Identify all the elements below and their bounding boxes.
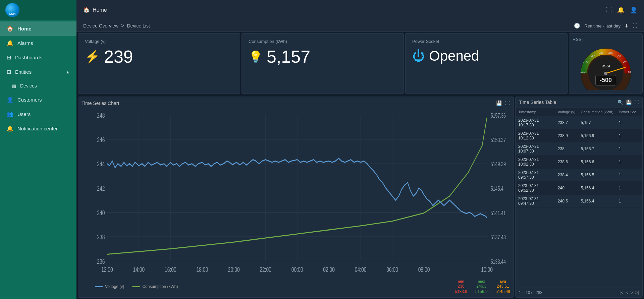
topbar-home-icon: 🏠	[83, 7, 90, 13]
legend-consumption: Consumption (kWh)	[132, 279, 178, 294]
sidebar-item-dashboards[interactable]: ⊞ Dashboards	[0, 50, 76, 65]
cell-voltage: 238	[555, 142, 578, 156]
col-voltage[interactable]: Voltage (v)	[555, 108, 578, 116]
legend-consumption-label: Consumption (kWh)	[142, 284, 178, 289]
svg-text:16:00: 16:00	[165, 265, 176, 273]
legend-voltage: Voltage (v)	[95, 279, 124, 294]
sidebar-item-customers-label: Customers	[17, 97, 42, 103]
consumption-number: 5,157	[267, 48, 310, 65]
consumption-max: 5156.9	[475, 289, 488, 294]
widget-row: Voltage (v) ⚡ 239 Consumption (kWh) 💡 5,…	[76, 32, 644, 95]
cell-consumption: 5,156.4	[578, 195, 616, 208]
svg-text:248: 248	[97, 112, 105, 119]
table-row[interactable]: 2023-07-31 10:02:30 238.6 5,156.6 1	[516, 156, 642, 169]
consumption-value-container: 💡 5,157	[249, 48, 397, 65]
expand-button[interactable]: ⛶	[633, 23, 637, 28]
svg-text:04:00: 04:00	[355, 265, 367, 273]
table-save-icon[interactable]: 💾	[626, 100, 632, 105]
cell-voltage: 238.9	[555, 129, 578, 142]
sidebar-item-alarms-label: Alarms	[17, 40, 33, 46]
breadcrumb-bar: Device Overview > Device List 🕐 Realtime…	[76, 20, 644, 32]
svg-text:5137.43: 5137.43	[491, 234, 506, 241]
table-expand-icon[interactable]: ⛶	[634, 100, 639, 105]
chart-header: Time Series Chart 💾 ⛶	[82, 100, 510, 106]
voltage-widget: Voltage (v) ⚡ 239	[78, 33, 240, 94]
sidebar-item-devices-label: Devices	[20, 83, 37, 88]
cell-voltage: 238.7	[555, 116, 578, 129]
account-button[interactable]: 👤	[630, 6, 637, 14]
table-row[interactable]: 2023-07-31 10:07:30 238 5,156.7 1	[516, 142, 642, 156]
table-row[interactable]: 2023-07-31 10:17:30 238.7 5,157 1	[516, 116, 642, 129]
col-consumption[interactable]: Consumption (kWh)	[578, 108, 616, 116]
svg-text:-74: -74	[623, 61, 627, 64]
table-row[interactable]: 2023-07-31 09:52:30 240 5,156.4 1	[516, 182, 642, 195]
cell-voltage: 238.6	[555, 156, 578, 169]
stat-avg-col: avg 243.61 5145.49	[496, 279, 510, 294]
prev-page-button[interactable]: <	[626, 290, 628, 295]
entities-icon: ⊞	[7, 69, 11, 75]
svg-text:238: 238	[97, 233, 105, 241]
voltage-label: Voltage (v)	[85, 39, 233, 44]
chart-icons: 💾 ⛶	[496, 100, 510, 106]
svg-text:14:00: 14:00	[133, 265, 145, 273]
chart-expand-icon[interactable]: ⛶	[505, 100, 510, 106]
download-button[interactable]: ⬇	[625, 23, 629, 28]
col-power-socket[interactable]: Power Soc...	[616, 108, 642, 116]
table-row[interactable]: 2023-07-31 09:57:30 238.4 5,156.5 1	[516, 169, 642, 182]
sidebar-item-devices[interactable]: ▦ Devices	[0, 79, 76, 93]
table-scroll-area[interactable]: Timestamp ↓ Voltage (v) Consumption (kWh…	[516, 108, 642, 288]
breadcrumb-separator: >	[121, 23, 124, 29]
table-search-icon[interactable]: 🔍	[618, 100, 623, 105]
svg-text:18:00: 18:00	[196, 265, 208, 273]
rssi-label: RSSI	[573, 37, 583, 42]
cell-power: 1	[616, 116, 642, 129]
svg-text:5141.41: 5141.41	[491, 210, 506, 216]
realtime-label: Realtime - last day	[584, 23, 621, 28]
table-row[interactable]: 2023-07-31 10:12:30 238.9 5,156.9 1	[516, 129, 642, 142]
sidebar-item-users-label: Users	[17, 111, 31, 117]
sidebar-item-home[interactable]: 🏠 Home	[0, 21, 76, 36]
sidebar-item-customers[interactable]: 👤 Customers	[0, 93, 76, 107]
stat-min-col: min 238 5133.9	[455, 279, 467, 294]
svg-text:5149.39: 5149.39	[491, 161, 506, 168]
entities-expand-icon: ▲	[66, 70, 70, 74]
table-row[interactable]: 2023-07-31 09:47:30 240.5 5,156.4 1	[516, 195, 642, 208]
col-timestamp[interactable]: Timestamp ↓	[516, 108, 555, 116]
cell-power: 1	[616, 169, 642, 182]
table-footer: 1 – 10 of 288 |< < > >|	[516, 288, 642, 297]
sidebar-item-users[interactable]: 👥 Users	[0, 107, 76, 121]
sidebar-nav: 🏠 Home 🔔 Alarms ⊞ Dashboards ⊞ Entities …	[0, 20, 76, 299]
topbar: 🏠 Home ⛶ 🔔 👤	[76, 0, 644, 20]
svg-text:5157.36: 5157.36	[491, 112, 506, 119]
cell-power: 1	[616, 156, 642, 169]
pagination-info: 1 – 10 of 288	[519, 290, 542, 295]
sort-icon: ↓	[538, 110, 540, 114]
svg-text:5145.4: 5145.4	[491, 185, 504, 192]
svg-text:-98: -98	[591, 55, 595, 58]
sidebar-item-notification-center[interactable]: 🔔 Notification center	[0, 121, 76, 136]
sidebar-item-alarms[interactable]: 🔔 Alarms	[0, 36, 76, 50]
time-series-svg: 248 246 244 242 240 238 236 5157.36 5153…	[82, 108, 510, 277]
voltage-min: 238	[458, 284, 465, 289]
svg-text:06:00: 06:00	[386, 265, 398, 273]
next-page-button[interactable]: >	[630, 290, 633, 295]
notifications-button[interactable]: 🔔	[617, 6, 625, 14]
svg-text:5133.44: 5133.44	[491, 258, 506, 265]
bulb-icon: 💡	[249, 50, 263, 63]
chart-stats: min 238 5133.9 max 246.3 5156.9 avg 243.…	[455, 279, 510, 294]
power-socket-widget: Power Socket ⏻ Opened	[405, 33, 568, 94]
cell-timestamp: 2023-07-31 10:17:30	[516, 116, 555, 129]
cell-voltage: 238.4	[555, 169, 578, 182]
stat-max-col: max 246.3 5156.9	[475, 279, 488, 294]
fullscreen-button[interactable]: ⛶	[606, 6, 612, 13]
sidebar-item-home-label: Home	[17, 26, 32, 32]
first-page-button[interactable]: |<	[620, 290, 624, 295]
svg-text:02:00: 02:00	[323, 265, 335, 273]
cell-voltage: 240	[555, 182, 578, 195]
devices-icon: ▦	[12, 83, 16, 88]
consumption-avg: 5145.49	[496, 289, 510, 294]
sidebar-item-entities[interactable]: ⊞ Entities ▲	[0, 65, 76, 79]
chart-save-icon[interactable]: 💾	[496, 100, 502, 106]
last-page-button[interactable]: >|	[635, 290, 639, 295]
svg-text:242: 242	[97, 184, 105, 192]
